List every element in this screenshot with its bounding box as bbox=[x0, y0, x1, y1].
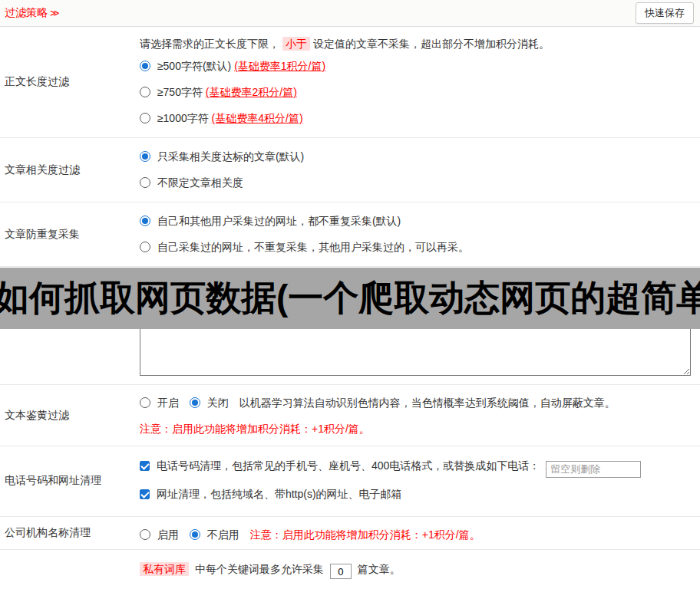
section-dedup-filter: 文章防重复采集 自己和其他用户采集过的网址，都不重复采集(默认) 自己采集过的网… bbox=[0, 202, 700, 267]
option-label: 自己和其他用户采集过的网址，都不重复采集(默认) bbox=[157, 215, 401, 227]
porn-filter-warning: 注意：启用此功能将增加积分消耗：+1积分/篇。 bbox=[140, 421, 694, 436]
section-label-porn-filter: 文本鉴黄过滤 bbox=[0, 385, 138, 446]
url-clean-option[interactable]: 网址清理，包括纯域名、带http(s)的网址、电子邮箱 bbox=[140, 485, 694, 503]
section-company-clean: 公司机构名称清理 启用 不启用 注意：启用此功能将增加积分消耗：+1积分/篇。 bbox=[0, 517, 700, 550]
radio-button[interactable] bbox=[140, 113, 150, 123]
radio-button[interactable] bbox=[140, 177, 150, 188]
length-option-1000[interactable]: ≥1000字符 (基础费率4积分/篇) bbox=[140, 110, 694, 127]
keyword-limit-text-end: 篇文章。 bbox=[358, 563, 401, 575]
option-label: 开启 bbox=[157, 397, 179, 409]
porn-filter-description: 以机器学习算法自动识别色情内容，当色情概率达到系统阈值，自动屏蔽文章。 bbox=[239, 394, 616, 411]
option-label: 不限定文章相关度 bbox=[157, 176, 243, 189]
checkbox[interactable] bbox=[140, 461, 150, 471]
option-label: 启用 bbox=[157, 528, 179, 541]
page-title-text: 过滤策略 bbox=[5, 6, 48, 18]
radio-button[interactable] bbox=[140, 87, 150, 97]
radio-button[interactable] bbox=[190, 529, 200, 540]
keyword-count-input[interactable] bbox=[330, 564, 352, 579]
length-filter-intro: 请选择需求的正文长度下限，小于设定值的文章不采集，超出部分不增加积分消耗。 bbox=[140, 36, 694, 52]
phone-url-clean-content: 电话号码清理，包括常见的手机号、座机号、400电话格式，或替换成如下电话： 网址… bbox=[138, 446, 700, 516]
section-label-phone-url-clean: 电话号码和网址清理 bbox=[0, 446, 138, 516]
length-filter-content: 请选择需求的正文长度下限，小于设定值的文章不采集，超出部分不增加积分消耗。 ≥5… bbox=[138, 27, 700, 137]
length-option-750[interactable]: ≥750字符 (基础费率2积分/篇) bbox=[140, 84, 694, 100]
section-label-keyword-dedup: 关键词防重复采集 bbox=[0, 550, 138, 589]
company-clean-on-option[interactable]: 启用 bbox=[140, 526, 179, 543]
option-label: 电话号码清理，包括常见的手机号、座机号、400电话格式，或替换成如下电话： bbox=[157, 459, 540, 472]
radio-button[interactable] bbox=[140, 61, 150, 71]
chevron-double-down-icon: ≫ bbox=[50, 8, 60, 18]
relevance-filter-content: 只采集相关度达标的文章(默认) 不限定文章相关度 bbox=[138, 138, 700, 202]
radio-button[interactable] bbox=[140, 242, 150, 252]
keyword-dedup-content: 私有词库 中每个关键词最多允许采集 篇文章。 如果留空或设为0，则不限篇数。 如… bbox=[138, 550, 700, 589]
radio-button[interactable] bbox=[190, 397, 200, 408]
dedup-filter-content: 自己和其他用户采集过的网址，都不重复采集(默认) 自己采集过的网址，不重复采集，… bbox=[138, 202, 700, 266]
option-label: 只采集相关度达标的文章(默认) bbox=[157, 150, 304, 163]
section-length-filter: 正文长度过滤 请选择需求的正文长度下限，小于设定值的文章不采集，超出部分不增加积… bbox=[0, 27, 700, 138]
overlay-caption-text: 如何抓取网页数据(一个爬取动态网页的超简单的 bbox=[0, 275, 700, 322]
filter-strategy-page: 过滤策略≫ 快速保存 正文长度过滤 请选择需求的正文长度下限，小于设定值的文章不… bbox=[0, 0, 700, 589]
option-rate-note: (基础费率2积分/篇) bbox=[206, 86, 297, 98]
porn-filter-options: 开启 关闭 以机器学习算法自动识别色情内容，当色情概率达到系统阈值，自动屏蔽文章… bbox=[140, 394, 694, 411]
dedup-option-global[interactable]: 自己和其他用户采集过的网址，都不重复采集(默认) bbox=[140, 213, 694, 229]
company-clean-warning: 注意：启用此功能将增加积分消耗：+1积分/篇。 bbox=[250, 526, 480, 543]
company-clean-off-option[interactable]: 不启用 bbox=[190, 526, 239, 543]
section-relevance-filter: 文章相关度过滤 只采集相关度达标的文章(默认) 不限定文章相关度 bbox=[0, 138, 700, 202]
porn-filter-off-option[interactable]: 关闭 bbox=[190, 394, 229, 411]
section-label-relevance-filter: 文章相关度过滤 bbox=[0, 138, 138, 202]
company-clean-content: 启用 不启用 注意：启用此功能将增加积分消耗：+1积分/篇。 bbox=[138, 517, 700, 549]
less-than-highlight: 小于 bbox=[282, 37, 310, 51]
option-rate-note: (基础费率4积分/篇) bbox=[212, 112, 303, 124]
keyword-limit-line: 私有词库 中每个关键词最多允许采集 篇文章。 bbox=[140, 561, 694, 580]
option-label: ≥750字符 bbox=[157, 86, 203, 98]
section-label-dedup-filter: 文章防重复采集 bbox=[0, 202, 138, 266]
radio-button[interactable] bbox=[140, 151, 150, 162]
section-keyword-dedup: 关键词防重复采集 私有词库 中每个关键词最多允许采集 篇文章。 如果留空或设为0… bbox=[0, 550, 700, 589]
company-clean-options: 启用 不启用 注意：启用此功能将增加积分消耗：+1积分/篇。 bbox=[140, 526, 694, 543]
option-rate-note: (基础费率1积分/篇) bbox=[234, 60, 325, 72]
quick-save-button[interactable]: 快速保存 bbox=[636, 2, 694, 24]
intro-text-before: 请选择需求的正文长度下限， bbox=[140, 38, 279, 50]
section-porn-filter: 文本鉴黄过滤 开启 关闭 以机器学习算法自动识别色情内容，当色情概率达到系统阈值… bbox=[0, 385, 700, 446]
option-label: ≥1000字符 bbox=[157, 112, 209, 124]
section-label-company-clean: 公司机构名称清理 bbox=[0, 517, 138, 549]
topbar: 过滤策略≫ 快速保存 bbox=[0, 0, 700, 27]
radio-button[interactable] bbox=[140, 397, 150, 408]
section-label-length-filter: 正文长度过滤 bbox=[0, 27, 138, 137]
porn-filter-content: 开启 关闭 以机器学习算法自动识别色情内容，当色情概率达到系统阈值，自动屏蔽文章… bbox=[138, 385, 700, 446]
keyword-limit-text: 中每个关键词最多允许采集 bbox=[195, 563, 324, 575]
option-label: 不启用 bbox=[207, 528, 239, 541]
private-lexicon-highlight: 私有词库 bbox=[140, 562, 189, 576]
radio-button[interactable] bbox=[140, 216, 150, 226]
option-label: ≥500字符(默认) bbox=[157, 60, 231, 72]
overlay-caption: 如何抓取网页数据(一个爬取动态网页的超简单的 bbox=[0, 268, 700, 329]
option-label: 网址清理，包括纯域名、带http(s)的网址、电子邮箱 bbox=[157, 488, 402, 500]
dedup-option-self-only[interactable]: 自己采集过的网址，不重复采集，其他用户采集过的，可以再采。 bbox=[140, 239, 694, 255]
intro-text-after: 设定值的文章不采集，超出部分不增加积分消耗。 bbox=[313, 38, 550, 50]
relevance-option-strict[interactable]: 只采集相关度达标的文章(默认) bbox=[140, 149, 694, 165]
section-phone-url-clean: 电话号码和网址清理 电话号码清理，包括常见的手机号、座机号、400电话格式，或替… bbox=[0, 446, 700, 517]
page-title[interactable]: 过滤策略≫ bbox=[5, 6, 60, 20]
radio-button[interactable] bbox=[140, 529, 150, 540]
phone-clean-option[interactable]: 电话号码清理，包括常见的手机号、座机号、400电话格式，或替换成如下电话： bbox=[140, 456, 694, 478]
length-option-500[interactable]: ≥500字符(默认) (基础费率1积分/篇) bbox=[140, 58, 694, 74]
option-label: 关闭 bbox=[207, 397, 229, 409]
relevance-option-any[interactable]: 不限定文章相关度 bbox=[140, 175, 694, 191]
option-label: 自己采集过的网址，不重复采集，其他用户采集过的，可以再采。 bbox=[157, 241, 469, 253]
porn-filter-on-option[interactable]: 开启 bbox=[140, 394, 179, 411]
phone-replacement-input[interactable] bbox=[546, 461, 641, 478]
checkbox[interactable] bbox=[140, 489, 150, 499]
